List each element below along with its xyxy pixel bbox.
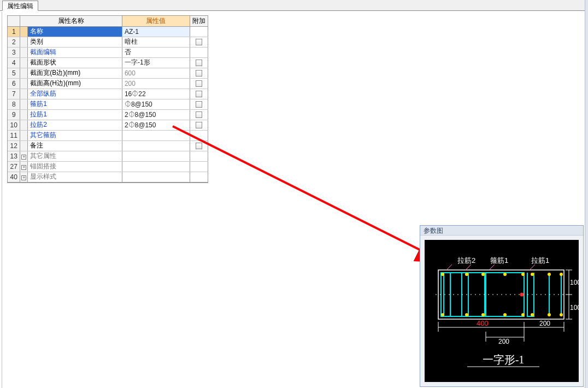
table-row[interactable]: 40+显示样式 (8, 172, 208, 182)
extra-checkbox-cell[interactable] (190, 140, 208, 151)
table-row[interactable]: 3截面编辑否 (8, 47, 208, 57)
property-name[interactable]: 其它属性 (28, 151, 122, 161)
dim-h1: 100 (570, 279, 579, 286)
tab-bar: 属性编辑 (0, 0, 588, 11)
row-expander-cell[interactable]: + (20, 161, 28, 172)
property-value[interactable] (122, 140, 190, 151)
property-value[interactable]: 16⏀22 (122, 89, 190, 99)
row-index: 4 (8, 57, 20, 68)
row-index: 10 (8, 120, 20, 130)
col-header-name[interactable]: 属性名称 (20, 16, 122, 26)
checkbox-icon[interactable] (196, 101, 202, 108)
svg-point-12 (481, 313, 485, 316)
property-name[interactable]: 锚固搭接 (28, 161, 122, 172)
checkbox-icon[interactable] (196, 70, 202, 77)
checkbox-icon[interactable] (196, 39, 202, 45)
table-row[interactable]: 4截面形状一字-1形 (8, 57, 208, 68)
row-expander-cell (20, 57, 28, 68)
row-index: 6 (8, 78, 20, 89)
extra-checkbox-cell[interactable] (190, 57, 208, 68)
checkbox-icon[interactable] (196, 143, 202, 149)
property-name[interactable]: 显示样式 (28, 172, 122, 182)
property-name[interactable]: 截面形状 (28, 57, 122, 68)
table-row[interactable]: 12备注 (8, 140, 208, 151)
table-row[interactable]: 5截面宽(B边)(mm)600 (8, 68, 208, 78)
checkbox-icon[interactable] (196, 111, 202, 118)
row-expander-cell (20, 140, 28, 151)
property-name[interactable]: 箍筋1 (28, 99, 122, 109)
table-row[interactable]: 1名称AZ-1 (8, 26, 208, 37)
dim-w-mid: 200 (498, 338, 509, 345)
property-name[interactable]: 截面宽(B边)(mm) (28, 68, 122, 78)
extra-checkbox-cell[interactable] (190, 37, 208, 47)
table-row[interactable]: 8箍筋1⏀8@150 (8, 99, 208, 109)
extra-checkbox-cell (190, 130, 208, 140)
property-name[interactable]: 截面编辑 (28, 47, 122, 57)
property-value[interactable]: 一字-1形 (122, 57, 190, 68)
property-name[interactable]: 类别 (28, 37, 122, 47)
property-value[interactable] (122, 172, 190, 182)
property-value[interactable] (122, 151, 190, 161)
table-row[interactable]: 11其它箍筋 (8, 130, 208, 140)
property-name[interactable]: 备注 (28, 140, 122, 151)
property-value[interactable]: ⏀8@150 (122, 99, 190, 109)
extra-checkbox-cell[interactable] (190, 68, 208, 78)
svg-point-15 (521, 273, 525, 276)
expand-icon[interactable]: + (21, 165, 26, 170)
extra-checkbox-cell[interactable] (190, 89, 208, 99)
dim-h2: 100 (570, 304, 579, 311)
checkbox-icon[interactable] (196, 91, 202, 97)
property-value[interactable]: 暗柱 (122, 37, 190, 47)
row-expander-cell (20, 37, 28, 47)
svg-line-26 (489, 264, 495, 270)
property-name[interactable]: 截面高(H边)(mm) (28, 78, 122, 89)
property-value[interactable] (122, 161, 190, 172)
parameter-diagram-panel: 参数图 (420, 225, 584, 387)
svg-point-17 (531, 273, 534, 276)
row-index: 11 (8, 130, 20, 140)
row-expander-cell[interactable]: + (20, 151, 28, 161)
property-name[interactable]: 全部纵筋 (28, 89, 122, 99)
property-name[interactable]: 名称 (28, 26, 122, 37)
table-row[interactable]: 9拉筋12⏀8@150 (8, 109, 208, 120)
property-value[interactable] (122, 130, 190, 140)
extra-checkbox-cell[interactable] (190, 120, 208, 130)
property-value[interactable]: 600 (122, 68, 190, 78)
table-row[interactable]: 27+锚固搭接 (8, 161, 208, 172)
property-name[interactable]: 拉筋2 (28, 120, 122, 130)
diagram-label-lajin1: 拉筋1 (531, 256, 549, 264)
extra-checkbox-cell[interactable] (190, 99, 208, 109)
extra-checkbox-cell[interactable] (190, 78, 208, 89)
row-index: 13 (8, 151, 20, 161)
col-header-value[interactable]: 属性值 (122, 16, 190, 26)
property-name[interactable]: 拉筋1 (28, 109, 122, 120)
table-row[interactable]: 10拉筋22⏀8@150 (8, 120, 208, 130)
property-name[interactable]: 其它箍筋 (28, 130, 122, 140)
checkbox-icon[interactable] (196, 122, 202, 128)
svg-point-22 (560, 313, 563, 316)
diagram-label-gujin1: 箍筋1 (490, 256, 508, 264)
property-value[interactable]: 否 (122, 47, 190, 57)
property-value[interactable]: 2⏀8@150 (122, 109, 190, 120)
expand-icon[interactable]: + (21, 155, 26, 160)
right-scroll-edge[interactable] (585, 0, 588, 388)
row-expander-cell (20, 47, 28, 57)
diagram-label-lajin2: 拉筋2 (457, 256, 475, 264)
table-row[interactable]: 7全部纵筋16⏀22 (8, 89, 208, 99)
property-value[interactable]: 2⏀8@150 (122, 120, 190, 130)
col-header-extra[interactable]: 附加 (190, 16, 208, 26)
extra-checkbox-cell[interactable] (190, 109, 208, 120)
table-row[interactable]: 6截面高(H边)(mm)200 (8, 78, 208, 89)
checkbox-icon[interactable] (196, 60, 202, 66)
checkbox-icon[interactable] (196, 80, 202, 87)
tab-property-edit[interactable]: 属性编辑 (2, 1, 38, 11)
table-row[interactable]: 2类别暗柱 (8, 37, 208, 47)
svg-point-19 (548, 273, 551, 276)
row-expander-cell[interactable]: + (20, 172, 28, 182)
expand-icon[interactable]: + (21, 175, 26, 180)
svg-point-18 (531, 313, 534, 316)
property-value[interactable]: AZ-1 (122, 26, 190, 37)
property-value[interactable]: 200 (122, 78, 190, 89)
table-row[interactable]: 13+其它属性 (8, 151, 208, 161)
svg-point-23 (520, 293, 524, 297)
